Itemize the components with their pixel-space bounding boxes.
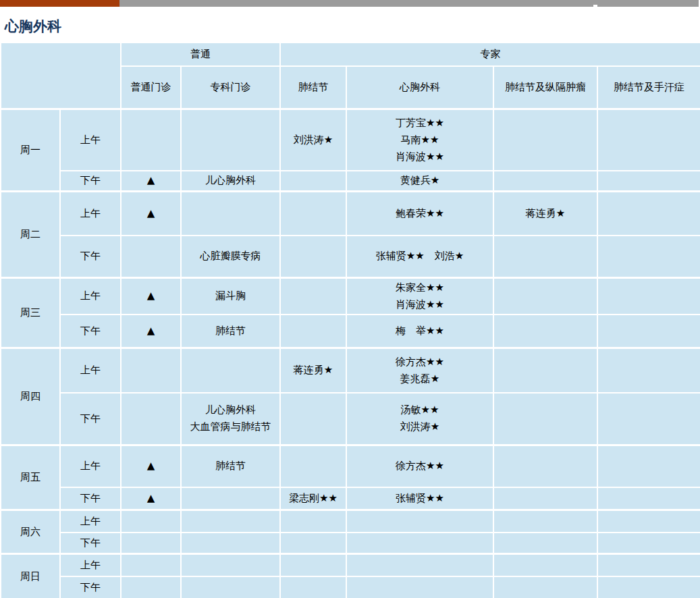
zhuanke-menzhen-cell xyxy=(181,510,280,533)
schedule-table: 普通 专家 普通门诊 专科门诊 肺结节 心胸外科 肺结节及纵隔肿瘤 肺结节及手汗… xyxy=(0,42,700,598)
putong-menzhen-cell: ▲ xyxy=(121,315,181,348)
schedule-row: 下午 xyxy=(1,576,700,598)
putong-menzhen-cell: ▲ xyxy=(121,171,181,191)
zhuanke-menzhen-cell xyxy=(181,191,280,236)
gray-bar xyxy=(119,0,699,7)
zongge-zhongliu-cell xyxy=(493,393,597,445)
shouhanzheng-cell xyxy=(597,533,700,554)
feijiejie-cell xyxy=(280,510,346,533)
feijiejie-cell xyxy=(280,171,346,191)
schedule-row: 下午 xyxy=(1,533,700,554)
xinxiong-waike-cell: 鲍春荣★★ xyxy=(346,191,493,236)
column-header-shouhanzheng: 肺结节及手汗症 xyxy=(597,66,700,109)
zongge-zhongliu-cell xyxy=(493,510,597,533)
xinxiong-waike-cell: 黄健兵★ xyxy=(346,171,493,191)
schedule-row: 周六上午 xyxy=(1,510,700,533)
shouhanzheng-cell xyxy=(597,554,700,576)
session-time-cell: 上午 xyxy=(60,277,121,315)
xinxiong-waike-cell: 朱家全★★ 肖海波★★ xyxy=(346,277,493,315)
day-cell: 周一 xyxy=(1,109,60,191)
corner-cell xyxy=(1,43,121,109)
putong-menzhen-cell xyxy=(121,236,181,277)
session-time-cell: 下午 xyxy=(60,487,121,510)
zhuanke-menzhen-cell: 儿心胸外科 xyxy=(181,171,280,191)
shouhanzheng-cell xyxy=(597,487,700,510)
session-time-cell: 下午 xyxy=(60,393,121,445)
zongge-zhongliu-cell xyxy=(493,445,597,487)
zongge-zhongliu-cell xyxy=(493,487,597,510)
schedule-row: 周五上午▲肺结节徐方杰★★ xyxy=(1,445,700,487)
page-title: 心胸外科 xyxy=(5,19,700,34)
shouhanzheng-cell xyxy=(597,348,700,393)
zhuanke-menzhen-cell: 儿心胸外科 大血管病与肺结节 xyxy=(181,393,280,445)
shouhanzheng-cell xyxy=(597,171,700,191)
feijiejie-cell: 刘洪涛★ xyxy=(280,109,346,171)
zongge-zhongliu-cell xyxy=(493,348,597,393)
shouhanzheng-cell xyxy=(597,576,700,598)
zongge-zhongliu-cell xyxy=(493,236,597,277)
feijiejie-cell: 梁志刚★★ xyxy=(280,487,346,510)
zongge-zhongliu-cell xyxy=(493,554,597,576)
zhuanke-menzhen-cell xyxy=(181,533,280,554)
column-header-zongge-zhongliu: 肺结节及纵隔肿瘤 xyxy=(493,66,597,109)
xinxiong-waike-cell xyxy=(346,510,493,533)
day-cell: 周四 xyxy=(1,348,60,445)
schedule-row: 周四上午蒋连勇★徐方杰★★ 姜兆磊★ xyxy=(1,348,700,393)
zongge-zhongliu-cell xyxy=(493,576,597,598)
xinxiong-waike-cell xyxy=(346,554,493,576)
session-time-cell: 上午 xyxy=(60,348,121,393)
putong-menzhen-cell xyxy=(121,348,181,393)
zhuanke-menzhen-cell xyxy=(181,576,280,598)
zongge-zhongliu-cell xyxy=(493,171,597,191)
schedule-row: 周二上午▲鲍春荣★★蒋连勇★ xyxy=(1,191,700,236)
gray-bar-notch xyxy=(593,5,597,7)
zongge-zhongliu-cell xyxy=(493,109,597,171)
column-header-feijiejie: 肺结节 xyxy=(280,66,346,109)
feijiejie-cell xyxy=(280,393,346,445)
day-cell: 周日 xyxy=(1,554,60,598)
schedule-row: 下午▲梁志刚★★张辅贤★★ xyxy=(1,487,700,510)
zongge-zhongliu-cell: 蒋连勇★ xyxy=(493,191,597,236)
shouhanzheng-cell xyxy=(597,236,700,277)
putong-menzhen-cell xyxy=(121,576,181,598)
session-time-cell: 上午 xyxy=(60,191,121,236)
xinxiong-waike-cell: 徐方杰★★ 姜兆磊★ xyxy=(346,348,493,393)
zongge-zhongliu-cell xyxy=(493,533,597,554)
putong-menzhen-cell xyxy=(121,393,181,445)
shouhanzheng-cell xyxy=(597,315,700,348)
feijiejie-cell: 蒋连勇★ xyxy=(280,348,346,393)
putong-menzhen-cell: ▲ xyxy=(121,487,181,510)
schedule-row: 周三上午▲漏斗胸朱家全★★ 肖海波★★ xyxy=(1,277,700,315)
session-time-cell: 下午 xyxy=(60,171,121,191)
zhuanke-menzhen-cell xyxy=(181,109,280,171)
schedule-row: 下午▲儿心胸外科黄健兵★ xyxy=(1,171,700,191)
zhuanke-menzhen-cell: 肺结节 xyxy=(181,315,280,348)
session-time-cell: 上午 xyxy=(60,109,121,171)
session-time-cell: 上午 xyxy=(60,510,121,533)
putong-menzhen-cell: ▲ xyxy=(121,191,181,236)
feijiejie-cell xyxy=(280,576,346,598)
session-time-cell: 下午 xyxy=(60,576,121,598)
putong-menzhen-cell: ▲ xyxy=(121,445,181,487)
feijiejie-cell xyxy=(280,554,346,576)
putong-menzhen-cell xyxy=(121,533,181,554)
zhuanke-menzhen-cell: 心脏瓣膜专病 xyxy=(181,236,280,277)
zhuanke-menzhen-cell xyxy=(181,487,280,510)
schedule-row: 周一上午刘洪涛★丁芳宝★★ 马南★★ 肖海波★★ xyxy=(1,109,700,171)
session-time-cell: 上午 xyxy=(60,554,121,576)
session-time-cell: 下午 xyxy=(60,533,121,554)
group-header-normal: 普通 xyxy=(121,43,280,66)
xinxiong-waike-cell: 张辅贤★★ 刘浩★ xyxy=(346,236,493,277)
day-cell: 周六 xyxy=(1,510,60,554)
day-cell: 周三 xyxy=(1,277,60,348)
schedule-row: 下午心脏瓣膜专病张辅贤★★ 刘浩★ xyxy=(1,236,700,277)
zhuanke-menzhen-cell xyxy=(181,348,280,393)
schedule-row: 下午▲肺结节梅 举★★ xyxy=(1,315,700,348)
column-header-putong-menzhen: 普通门诊 xyxy=(121,66,181,109)
column-header-zhuanke-menzhen: 专科门诊 xyxy=(181,66,280,109)
xinxiong-waike-cell: 张辅贤★★ xyxy=(346,487,493,510)
xinxiong-waike-cell xyxy=(346,533,493,554)
feijiejie-cell xyxy=(280,236,346,277)
accent-bar xyxy=(0,0,119,7)
shouhanzheng-cell xyxy=(597,277,700,315)
